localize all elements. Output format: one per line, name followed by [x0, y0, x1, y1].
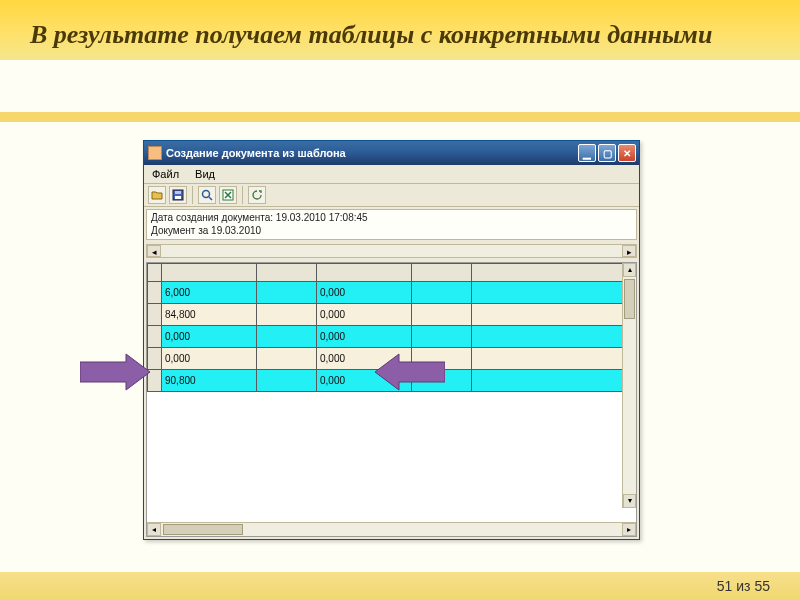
- svg-rect-1: [175, 196, 181, 199]
- minimize-button[interactable]: ▁: [578, 144, 596, 162]
- scroll-thumb[interactable]: [624, 279, 635, 319]
- menu-view[interactable]: Вид: [191, 167, 219, 181]
- scroll-up-icon[interactable]: ▴: [623, 263, 636, 277]
- table-row[interactable]: 84,800 0,000: [148, 304, 636, 326]
- scroll-right-icon[interactable]: ▸: [622, 523, 636, 536]
- close-button[interactable]: ✕: [618, 144, 636, 162]
- cell-value[interactable]: 0,000: [162, 348, 257, 370]
- table-header-row: [148, 264, 636, 282]
- menu-file[interactable]: Файл: [148, 167, 183, 181]
- divider-strip: [0, 112, 800, 122]
- app-icon: [148, 146, 162, 160]
- scroll-right-icon[interactable]: ▸: [622, 245, 636, 257]
- slide-title: В результате получаем таблицы с конкретн…: [0, 0, 800, 60]
- horizontal-scrollbar[interactable]: ◂ ▸: [147, 522, 636, 536]
- refresh-icon[interactable]: [248, 186, 266, 204]
- mini-hscrollbar[interactable]: ◂ ▸: [146, 244, 637, 258]
- vertical-scrollbar[interactable]: ▴ ▾: [622, 263, 636, 508]
- callout-arrow-right: [375, 350, 445, 394]
- svg-line-4: [209, 197, 212, 200]
- svg-point-3: [203, 191, 210, 198]
- svg-rect-2: [175, 191, 181, 194]
- doc-date-line: Документ за 19.03.2010: [151, 225, 632, 238]
- data-grid: 6,000 0,000 84,800 0,000 0,000: [146, 262, 637, 537]
- scroll-left-icon[interactable]: ◂: [147, 245, 161, 257]
- maximize-button[interactable]: ▢: [598, 144, 616, 162]
- upper-scroll-area: ◂ ▸: [144, 242, 639, 260]
- table-row[interactable]: 0,000 0,000: [148, 326, 636, 348]
- toolbar-separator: [242, 186, 243, 204]
- app-window: Создание документа из шаблона ▁ ▢ ✕ Файл…: [143, 140, 640, 540]
- toolbar-separator: [192, 186, 193, 204]
- callout-arrow-left: [80, 350, 150, 394]
- preview-icon[interactable]: [198, 186, 216, 204]
- cell-value[interactable]: 90,800: [162, 370, 257, 392]
- open-icon[interactable]: [148, 186, 166, 204]
- toolbar: [144, 184, 639, 207]
- menu-bar: Файл Вид: [144, 165, 639, 184]
- scroll-left-icon[interactable]: ◂: [147, 523, 161, 536]
- cell-value[interactable]: 0,000: [317, 304, 412, 326]
- scroll-thumb[interactable]: [163, 524, 243, 535]
- document-info: Дата создания документа: 19.03.2010 17:0…: [146, 209, 637, 240]
- cell-value[interactable]: 0,000: [317, 326, 412, 348]
- cell-value[interactable]: 6,000: [162, 282, 257, 304]
- slide-footer: 51 из 55: [0, 572, 800, 600]
- cell-value[interactable]: 84,800: [162, 304, 257, 326]
- doc-created-line: Дата создания документа: 19.03.2010 17:0…: [151, 212, 632, 225]
- scroll-down-icon[interactable]: ▾: [623, 494, 636, 508]
- cell-value[interactable]: 0,000: [317, 282, 412, 304]
- save-icon[interactable]: [169, 186, 187, 204]
- cell-value[interactable]: 0,000: [162, 326, 257, 348]
- window-titlebar: Создание документа из шаблона ▁ ▢ ✕: [144, 141, 639, 165]
- window-title: Создание документа из шаблона: [166, 147, 576, 159]
- excel-icon[interactable]: [219, 186, 237, 204]
- page-counter: 51 из 55: [717, 578, 770, 594]
- table-row[interactable]: 6,000 0,000: [148, 282, 636, 304]
